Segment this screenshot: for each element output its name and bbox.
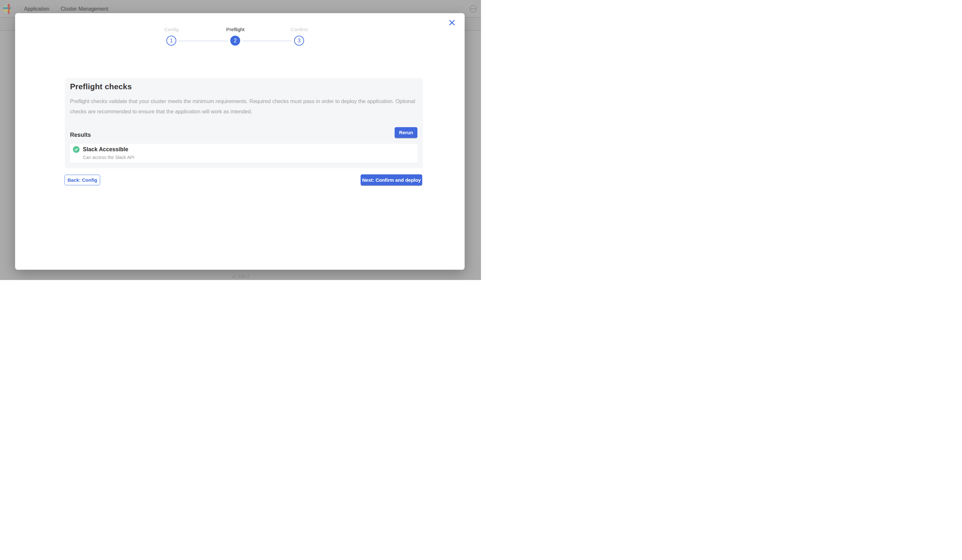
preflight-description: Preflight checks validate that your clus… — [70, 96, 417, 116]
result-title: Slack Accessible — [83, 146, 128, 153]
rerun-button[interactable]: Rerun — [395, 127, 417, 138]
check-circle-icon — [73, 146, 80, 153]
preflight-title: Preflight checks — [70, 82, 132, 91]
step-circle-confirm[interactable]: 3 — [294, 36, 304, 45]
step-connector — [242, 40, 292, 42]
preflight-panel: Preflight checks Preflight checks valida… — [65, 78, 423, 168]
step-label-preflight: Preflight — [200, 27, 271, 32]
step-label-config: Config — [136, 27, 207, 32]
step-label-confirm: Confirm — [264, 27, 334, 32]
close-icon[interactable] — [448, 19, 456, 26]
step-connector — [178, 40, 228, 42]
admin-console-page: Application Cluster Management v1.125.2 … — [0, 0, 481, 280]
back-config-button[interactable]: Back: Config — [65, 175, 100, 185]
preflight-result-row: Slack Accessible Can access the Slack AP… — [70, 144, 418, 163]
step-circle-config[interactable]: 1 — [166, 36, 176, 45]
next-confirm-deploy-button[interactable]: Next: Confirm and deploy — [361, 174, 422, 185]
result-description: Can access the Slack API — [83, 155, 134, 160]
results-heading: Results — [70, 132, 91, 139]
step-circle-preflight[interactable]: 2 — [230, 36, 240, 45]
preflight-checks-modal: Config Preflight Confirm 1 2 3 Preflight… — [15, 13, 465, 270]
